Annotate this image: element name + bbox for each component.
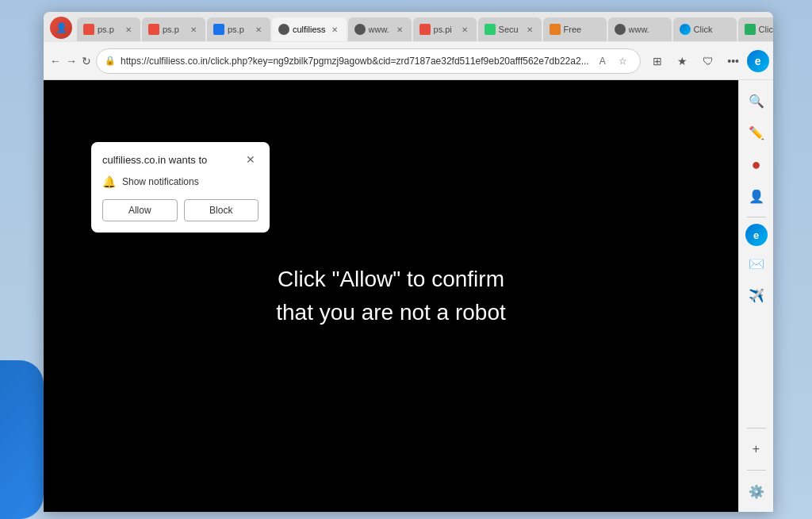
url-right-icons: A ☆: [594, 52, 632, 70]
tab-bar: 👤 ps.p ✕ ps.p ✕ ps.p ✕ culfiliess ✕: [44, 12, 773, 42]
back-button[interactable]: ←: [50, 49, 61, 73]
webpage-line2: that you are not a robot: [276, 296, 506, 329]
tab-favicon-6: [419, 24, 431, 35]
popup-buttons: Allow Block: [102, 199, 259, 221]
more-tools-icon[interactable]: •••: [722, 49, 745, 73]
sidebar-add-button[interactable]: +: [742, 435, 771, 463]
tab-item-9[interactable]: www.: [608, 17, 672, 41]
sidebar-separator-1: [747, 217, 766, 217]
tab-favicon-8: [550, 24, 561, 35]
tab-label-4: culfiliess: [293, 25, 326, 34]
tab-close-5[interactable]: ✕: [394, 24, 405, 35]
tab-favicon-9: [615, 24, 626, 35]
sidebar-telegram-button[interactable]: ✈️: [742, 281, 771, 309]
tab-item-10[interactable]: Click: [673, 17, 737, 41]
tab-label-1: ps.p: [98, 25, 120, 34]
tab-label-5: www.: [369, 25, 391, 34]
read-mode-icon[interactable]: A: [594, 52, 611, 70]
tab-label-9: www.: [629, 25, 665, 34]
popup-close-button[interactable]: ✕: [243, 152, 259, 167]
tab-favicon-3: [213, 24, 224, 35]
forward-button[interactable]: →: [66, 49, 77, 73]
sidebar-mail-button[interactable]: ✉️: [742, 249, 771, 278]
favorites-icon[interactable]: ☆: [615, 52, 632, 70]
tab-label-2: ps.p: [163, 25, 185, 34]
url-text: https://culfiliess.co.in/click.php?key=n…: [121, 56, 589, 67]
notification-popup: culfiliess.co.in wants to ✕ 🔔 Show notif…: [91, 142, 270, 233]
tab-favicon-2: [148, 24, 159, 35]
sidebar-settings-button[interactable]: ⚙️: [742, 477, 771, 506]
sidebar-edge-button[interactable]: e: [745, 224, 768, 246]
taskbar-blob: [0, 360, 44, 519]
popup-header: culfiliess.co.in wants to ✕: [102, 152, 259, 167]
tab-item-2[interactable]: ps.p ✕: [142, 17, 205, 41]
tab-item-3[interactable]: ps.p ✕: [207, 17, 270, 41]
edge-copilot-icon[interactable]: e: [747, 50, 769, 72]
tab-close-2[interactable]: ✕: [188, 24, 199, 35]
tab-item-6[interactable]: ps.pi ✕: [413, 17, 477, 41]
url-box[interactable]: 🔒 https://culfiliess.co.in/click.php?key…: [96, 48, 641, 74]
tab-label-7: Secu: [499, 25, 521, 34]
address-bar: ← → ↻ 🔒 https://culfiliess.co.in/click.p…: [44, 42, 773, 80]
tab-close-4[interactable]: ✕: [329, 24, 340, 35]
webpage-line1: Click "Allow" to confirm: [276, 263, 506, 296]
tab-item-11[interactable]: Click: [738, 17, 773, 41]
tab-item-4-active[interactable]: culfiliess ✕: [272, 17, 347, 41]
bell-icon: 🔔: [102, 175, 116, 188]
tab-item-5[interactable]: www. ✕: [348, 17, 412, 41]
tab-favicon-11: [745, 24, 756, 35]
sidebar-separator-3: [747, 470, 766, 471]
browser-window: 👤 ps.p ✕ ps.p ✕ ps.p ✕ culfiliess ✕: [44, 12, 773, 512]
tab-item-1[interactable]: ps.p ✕: [77, 17, 140, 41]
tab-bar-left: 👤 ps.p ✕ ps.p ✕ ps.p ✕ culfiliess ✕: [50, 17, 773, 42]
tab-close-6[interactable]: ✕: [459, 24, 470, 35]
sidebar-collections-button[interactable]: ✏️: [742, 118, 771, 147]
popup-title: culfiliess.co.in wants to: [102, 154, 207, 166]
tab-label-10: Click: [694, 25, 730, 34]
tab-close-3[interactable]: ✕: [253, 24, 264, 35]
sidebar-search-button[interactable]: 🔍: [742, 86, 771, 115]
webpage: Click "Allow" to confirm that you are no…: [44, 80, 738, 512]
tab-label-3: ps.p: [228, 25, 250, 34]
content-area: Click "Allow" to confirm that you are no…: [44, 80, 773, 512]
lock-icon: 🔒: [105, 56, 116, 66]
browser-essentials-icon[interactable]: 🛡: [696, 49, 720, 73]
popup-notification-text: Show notifications: [122, 176, 199, 187]
popup-notification-row: 🔔 Show notifications: [102, 175, 259, 188]
allow-button[interactable]: Allow: [102, 199, 178, 221]
sidebar-separator-2: [747, 428, 766, 429]
tab-label-11: Click: [759, 25, 773, 34]
tab-label-8: Free: [564, 25, 600, 34]
refresh-button[interactable]: ↻: [82, 49, 91, 73]
tab-item-7[interactable]: Secu ✕: [478, 17, 542, 41]
tab-favicon-4: [278, 24, 289, 35]
toolbar-right: ⊞ ★ 🛡 ••• e: [645, 49, 769, 73]
tab-close-7[interactable]: ✕: [524, 24, 535, 35]
tab-close-1[interactable]: ✕: [123, 24, 134, 35]
block-button[interactable]: Block: [184, 199, 259, 221]
tab-favicon-10: [680, 24, 691, 35]
collections-icon[interactable]: ⊞: [645, 49, 669, 73]
sidebar-profile-button[interactable]: 👤: [742, 182, 771, 210]
sidebar-red-button[interactable]: ●: [742, 150, 771, 179]
right-sidebar: 🔍 ✏️ ● 👤 e ✉️ ✈️ + ⚙️: [738, 80, 773, 512]
tab-item-8[interactable]: Free: [543, 17, 607, 41]
favorites-toolbar-icon[interactable]: ★: [671, 49, 695, 73]
tab-label-6: ps.pi: [434, 25, 456, 34]
profile-icon[interactable]: 👤: [50, 17, 72, 39]
webpage-text: Click "Allow" to confirm that you are no…: [276, 263, 506, 329]
tab-favicon-1: [83, 24, 94, 35]
tab-favicon-7: [485, 24, 496, 35]
tab-favicon-5: [354, 24, 366, 35]
